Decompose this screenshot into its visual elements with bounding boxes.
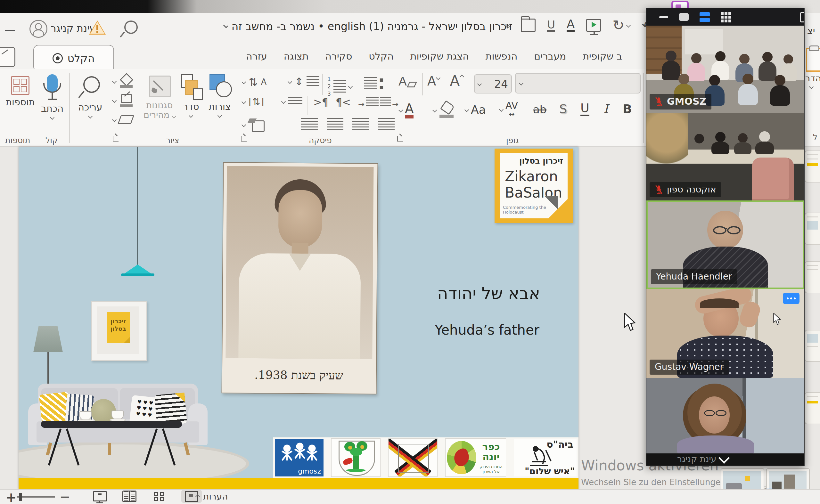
alignment-buttons[interactable] xyxy=(301,118,394,132)
thumbnail-pane-edge[interactable] xyxy=(805,261,820,293)
smartart-button[interactable] xyxy=(242,118,264,131)
redo-icon[interactable]: ↻ xyxy=(613,18,630,32)
participant-name-chip: Yehuda Haendler xyxy=(651,269,737,284)
bullet-list-button[interactable]: ▪▪ xyxy=(364,76,384,91)
document-title: זיכרון בסלון ישראל - גרמניה english (1) … xyxy=(224,18,513,35)
underline-icon[interactable]: U xyxy=(547,19,555,32)
tab-view[interactable]: תצוגה xyxy=(275,51,317,62)
fill-tool[interactable] xyxy=(113,74,133,88)
tab-transitions[interactable]: מעברים xyxy=(526,51,574,62)
numbered-list-button[interactable]: 123 xyxy=(327,76,352,98)
slideshow-icon[interactable] xyxy=(586,19,601,32)
open-folder-icon[interactable] xyxy=(521,19,536,32)
avatar[interactable] xyxy=(29,20,47,38)
font-color-icon[interactable]: A xyxy=(567,18,575,32)
collapse-strip-chevron-icon[interactable] xyxy=(719,452,730,464)
change-case-button[interactable]: Aa xyxy=(465,103,486,116)
gallery-view-icon[interactable] xyxy=(721,12,731,22)
tab-help[interactable]: עזרה xyxy=(238,51,275,62)
arrange-button[interactable]: סדר xyxy=(179,74,202,117)
strikethrough-button[interactable]: ab xyxy=(533,103,547,116)
shapes-button[interactable]: צורות xyxy=(207,74,232,117)
char-spacing-button[interactable]: AV↔ xyxy=(500,102,518,117)
video-tile-gmosz[interactable]: GMOSZ xyxy=(646,26,804,113)
indent-increase-button[interactable]: → xyxy=(358,97,378,109)
eraser-tool[interactable] xyxy=(113,115,133,124)
thumbnail-pane-edge[interactable] xyxy=(805,150,820,183)
zikaron-logo-card[interactable]: זיכרון בסלון ZikaronBaSalon Commemoratin… xyxy=(495,149,573,223)
decrease-font-button[interactable]: A xyxy=(427,74,440,88)
tab-animations[interactable]: הנפשות xyxy=(477,51,526,62)
highlighter-button[interactable] xyxy=(433,102,454,118)
paragraph-dialog-launcher[interactable] xyxy=(241,136,247,142)
underline-button[interactable]: U xyxy=(581,102,589,116)
align-text-button[interactable]: [⇅] xyxy=(242,96,264,107)
search-icon[interactable] xyxy=(124,20,138,34)
columns-button[interactable] xyxy=(282,97,302,106)
slideshow-view-button[interactable] xyxy=(93,490,107,503)
tab-slideshow[interactable]: הצגת שקופיות xyxy=(402,51,477,62)
smartart-icon xyxy=(248,118,264,131)
zoom-slider-handle[interactable] xyxy=(19,493,22,501)
rtl-paragraph-button[interactable]: ¶< xyxy=(336,96,351,108)
font-size-box[interactable]: 24 xyxy=(474,74,512,93)
coffee-cup xyxy=(79,411,92,420)
draw-dialog-launcher[interactable] xyxy=(113,136,118,142)
text-direction-button[interactable]: ⇅A xyxy=(242,76,266,88)
reading-view-button[interactable] xyxy=(122,490,136,503)
font-dialog-launcher[interactable] xyxy=(397,136,403,142)
tab-record[interactable]: הקלט xyxy=(360,51,402,62)
tile-more-button[interactable] xyxy=(783,293,800,304)
comment-button[interactable] xyxy=(0,47,15,67)
notes-toggle[interactable]: הערות xyxy=(196,491,228,502)
minimize-panel-icon[interactable] xyxy=(659,16,668,18)
slide-sorter-view-button[interactable] xyxy=(152,490,166,503)
shadow-button[interactable]: S xyxy=(559,102,567,116)
thumbnail-pane-edge[interactable] xyxy=(805,330,820,362)
slide-yellow-bar xyxy=(19,478,579,489)
popout-icon[interactable] xyxy=(800,12,805,22)
warning-icon[interactable] xyxy=(89,20,106,35)
slide-heading-english[interactable]: Yehuda’s father xyxy=(435,322,540,338)
increase-font-button[interactable]: A xyxy=(450,72,464,90)
clear-formatting-button[interactable]: A xyxy=(398,74,416,88)
slide[interactable]: זיכרוןבסלון ♥ xyxy=(19,147,579,489)
paste-button-partial[interactable]: הדב xyxy=(805,48,820,90)
window-minimize-button[interactable]: — xyxy=(4,23,15,36)
thumbnail-pane-edge[interactable] xyxy=(805,392,820,424)
record-button[interactable]: הקלט xyxy=(33,45,114,72)
ltr-paragraph-button[interactable]: >¶ xyxy=(313,96,328,108)
group-divider xyxy=(69,73,70,143)
tab-strip: עזרה תצוגה סקירה הקלט הצגת שקופיות הנפשו… xyxy=(238,45,630,67)
quick-styles-button[interactable]: סגנונותמהירים xyxy=(143,76,175,119)
italic-button[interactable]: I xyxy=(604,102,608,116)
pen-tool[interactable] xyxy=(113,93,133,108)
font-name-box[interactable] xyxy=(515,73,641,93)
zoom-panel[interactable]: GMOSZ אוקסנה ספון xyxy=(646,8,805,466)
portrait-photo[interactable]: שעיק בשנת 1938. xyxy=(221,162,378,394)
speaker-view-icon[interactable] xyxy=(679,13,689,21)
video-tile-einat[interactable] xyxy=(646,378,804,453)
font-color-button[interactable]: A xyxy=(399,102,414,118)
zoom-in-button[interactable]: + xyxy=(6,490,17,504)
tab-design-partial[interactable]: ב שקופית xyxy=(574,51,630,62)
tab-review[interactable]: סקירה xyxy=(317,51,360,62)
zoom-out-button[interactable]: − xyxy=(60,489,70,504)
participant-name-chip: אוקסנה ספון xyxy=(650,182,721,197)
video-tile-yehuda[interactable]: Yehuda Haendler xyxy=(646,200,804,289)
video-tile-oksana[interactable]: אוקסנה ספון xyxy=(646,113,804,200)
dictate-button[interactable]: הכתב xyxy=(41,74,63,119)
customize-qat-icon[interactable] xyxy=(506,23,509,28)
indent-decrease-button[interactable]: → xyxy=(380,97,398,109)
slide-heading-hebrew[interactable]: אבא של יהודה xyxy=(437,284,540,303)
line-spacing-button[interactable]: ⇕ xyxy=(288,76,319,88)
bold-button[interactable]: B xyxy=(623,102,632,116)
video-tile-gustav[interactable]: Gustav Wagner xyxy=(646,289,804,378)
stacked-view-icon[interactable] xyxy=(700,12,710,22)
zoom-slider[interactable] xyxy=(17,496,55,498)
thumbnail-pane-edge[interactable] xyxy=(805,213,820,245)
editing-button[interactable]: עריכה xyxy=(78,76,102,118)
mic-muted-icon xyxy=(655,97,663,106)
sticker-note: זיכרוןבסלון xyxy=(107,312,130,343)
addins-button[interactable]: תוספות xyxy=(6,76,35,108)
